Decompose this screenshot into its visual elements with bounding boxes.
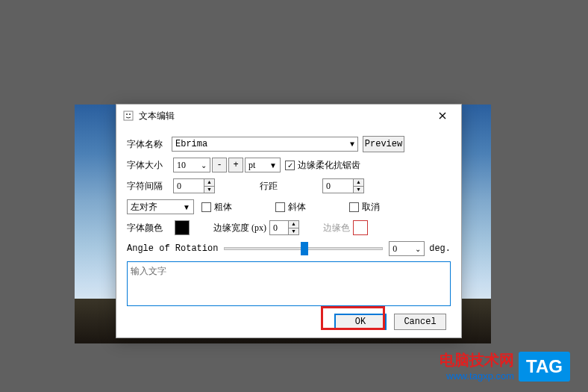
antialias-label: 边缘柔化抗锯齿 bbox=[298, 159, 360, 172]
font-size-dropdown[interactable]: 10 ⌄ bbox=[173, 158, 210, 172]
text-input[interactable]: 输入文字 bbox=[127, 261, 451, 306]
angle-dropdown[interactable]: 0 ⌄ bbox=[389, 241, 425, 256]
border-width-label: 边缘宽度 (px) bbox=[213, 222, 266, 234]
svg-rect-0 bbox=[124, 111, 133, 120]
unit-value: pt bbox=[248, 160, 255, 171]
text-placeholder: 输入文字 bbox=[131, 266, 166, 276]
text-edit-dialog: 文本编辑 字体名称 Ebrima ▼ Preview 字体大小 10 ⌄ - + bbox=[116, 104, 462, 338]
chevron-down-icon: ⌄ bbox=[201, 161, 207, 169]
angle-value: 0 bbox=[392, 243, 397, 255]
font-name-label: 字体名称 bbox=[127, 138, 172, 151]
border-width-spinner[interactable]: 0 ▲▼ bbox=[269, 220, 299, 235]
svg-point-1 bbox=[126, 113, 128, 115]
watermark-tag: TAG bbox=[519, 352, 570, 382]
titlebar: 文本编辑 bbox=[116, 105, 461, 127]
ok-button[interactable]: OK bbox=[334, 314, 387, 330]
chevron-down-icon: ▼ bbox=[350, 140, 354, 149]
close-button[interactable] bbox=[430, 107, 455, 125]
chevron-down-icon: ⌄ bbox=[415, 245, 421, 253]
spinner-up-icon[interactable]: ▲ bbox=[289, 221, 298, 228]
spinner-down-icon[interactable]: ▼ bbox=[354, 187, 363, 193]
close-icon bbox=[439, 112, 446, 119]
chevron-down-icon: ▼ bbox=[183, 203, 190, 211]
strike-checkbox[interactable] bbox=[349, 202, 359, 212]
angle-label: Angle of Rotation bbox=[127, 243, 218, 254]
font-color-label: 字体颜色 bbox=[127, 222, 172, 234]
bold-label: 粗体 bbox=[214, 201, 232, 214]
dialog-title: 文本编辑 bbox=[139, 110, 175, 122]
font-size-value: 10 bbox=[177, 160, 186, 171]
font-name-value: Ebrima bbox=[175, 139, 207, 149]
char-spacing-value: 0 bbox=[174, 179, 204, 193]
bold-checkbox[interactable] bbox=[201, 202, 211, 212]
strike-label: 取消 bbox=[362, 201, 380, 214]
italic-checkbox[interactable] bbox=[275, 202, 285, 212]
line-spacing-spinner[interactable]: 0 ▲▼ bbox=[322, 178, 364, 193]
spinner-up-icon[interactable]: ▲ bbox=[354, 179, 363, 187]
alignment-value: 左对齐 bbox=[131, 201, 157, 214]
border-color-label: 边缘色 bbox=[323, 222, 350, 234]
font-color-swatch[interactable] bbox=[175, 220, 190, 235]
char-spacing-spinner[interactable]: 0 ▲▼ bbox=[173, 178, 215, 193]
slider-thumb[interactable] bbox=[301, 242, 308, 255]
preview-button[interactable]: Preview bbox=[363, 136, 404, 152]
spinner-down-icon[interactable]: ▼ bbox=[289, 228, 298, 235]
decrease-size-button[interactable]: - bbox=[212, 158, 227, 172]
border-width-value: 0 bbox=[270, 221, 288, 234]
svg-point-2 bbox=[129, 113, 131, 115]
angle-slider[interactable] bbox=[224, 247, 383, 250]
watermark-url: www.tagxp.com bbox=[440, 370, 514, 382]
dialog-body: 字体名称 Ebrima ▼ Preview 字体大小 10 ⌄ - + pt ▼… bbox=[116, 127, 461, 337]
cancel-button[interactable]: Cancel bbox=[394, 314, 446, 330]
line-spacing-label: 行距 bbox=[260, 180, 278, 193]
font-size-label: 字体大小 bbox=[127, 159, 172, 172]
watermark: 电脑技术网 www.tagxp.com TAG bbox=[440, 350, 570, 382]
font-name-dropdown[interactable]: Ebrima ▼ bbox=[172, 137, 358, 152]
unit-dropdown[interactable]: pt ▼ bbox=[245, 158, 281, 172]
watermark-cn: 电脑技术网 bbox=[440, 350, 514, 370]
italic-label: 斜体 bbox=[288, 201, 306, 214]
deg-label: deg. bbox=[429, 243, 451, 254]
app-icon bbox=[122, 110, 134, 122]
line-spacing-value: 0 bbox=[323, 179, 353, 193]
antialias-checkbox[interactable]: ✓ bbox=[285, 161, 295, 170]
increase-size-button[interactable]: + bbox=[228, 158, 243, 172]
spinner-up-icon[interactable]: ▲ bbox=[204, 179, 214, 187]
alignment-dropdown[interactable]: 左对齐 ▼ bbox=[127, 199, 194, 214]
char-spacing-label: 字符间隔 bbox=[127, 180, 172, 193]
chevron-down-icon: ▼ bbox=[269, 161, 277, 169]
border-color-swatch[interactable] bbox=[353, 220, 368, 235]
spinner-down-icon[interactable]: ▼ bbox=[204, 187, 214, 193]
